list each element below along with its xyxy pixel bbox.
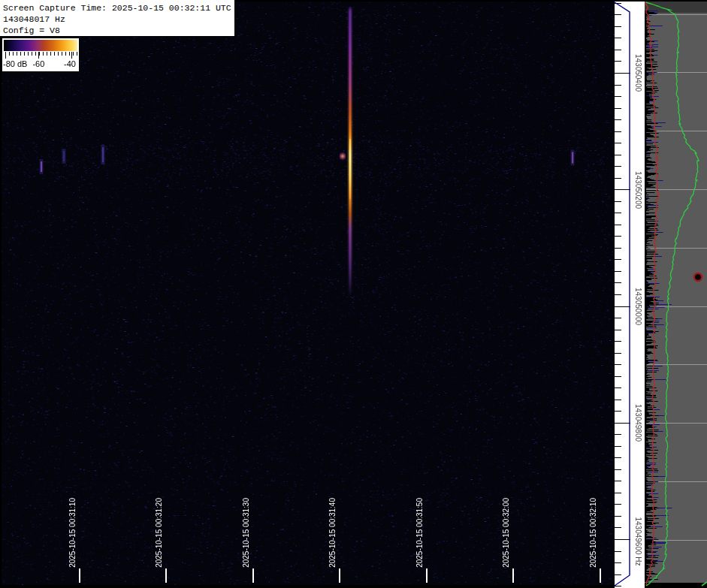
legend-long-tick [71,52,72,59]
time-tick-mark [339,568,340,583]
screen-border-left [0,0,2,588]
legend-long-tick [38,52,39,59]
time-axis-label: 2025-10-15 00:31:30 [242,498,250,568]
time-tick-mark [600,568,601,583]
waterfall-canvas [0,0,615,588]
capture-frequency-text: 143048017 Hz [3,14,234,25]
time-axis-label: 2025-10-15 00:32:10 [589,498,597,568]
frequency-axis-label: 143049800 [634,404,642,442]
legend-tick-strip [4,52,77,59]
legend-db-labels: -80 dB -60 -40 [3,59,78,70]
time-tick-mark [165,568,167,583]
legend-long-tick [5,52,6,59]
frequency-axis-label: 143050000 [634,288,642,325]
spectrogram-screen: Screen Capture Time: 2025-10-15 00:32:11… [0,0,707,588]
time-axis-label: 2025-10-15 00:31:20 [155,498,163,568]
time-axis-label: 2025-10-15 00:31:10 [68,498,77,568]
time-tick-mark [79,568,80,583]
time-tick-mark [512,568,514,583]
capture-info-box: Screen Capture Time: 2025-10-15 00:32:11… [0,0,235,37]
legend-label-40db: -40 [64,59,76,70]
legend-label-80db: -80 dB [3,59,27,70]
time-axis-label: 2025-10-15 00:31:40 [328,498,337,568]
capture-config-text: Config = V8 [3,25,234,36]
color-gradient-bar [4,40,77,51]
time-axis-label: 2025-10-15 00:32:00 [502,498,510,568]
frequency-axis-label: 143050400 [634,54,642,92]
spectrum-panel-canvas [645,0,707,588]
time-tick-mark [426,568,428,583]
capture-time-text: Screen Capture Time: 2025-10-15 00:32:11… [3,2,234,14]
color-scale-legend: -80 dB -60 -40 [2,38,80,72]
legend-label-60db: -60 [32,59,44,70]
time-axis-label: 2025-10-15 00:31:50 [415,498,424,568]
time-tick-mark [252,568,254,583]
frequency-axis-label: 143049600 Hz [634,517,642,565]
frequency-axis-label: 143050200 [634,171,642,209]
